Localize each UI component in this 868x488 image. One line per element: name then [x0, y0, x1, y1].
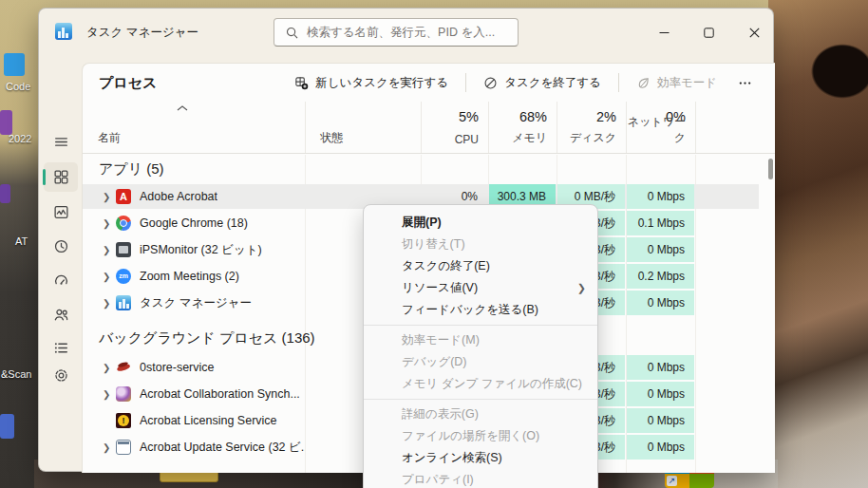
shortcut-arrow-icon: ↗ [667, 476, 677, 486]
column-header-cpu[interactable]: CPU [421, 133, 488, 146]
nav-details[interactable] [44, 333, 78, 363]
desktop-icon-partial[interactable] [0, 184, 10, 203]
new-task-icon [294, 76, 309, 90]
context-menu-item: 効率モード(M) [364, 329, 597, 351]
column-header-mem[interactable]: メモリ [488, 130, 557, 146]
close-icon [749, 28, 760, 38]
process-name: Acrobat Licensing Service [140, 414, 277, 427]
startup-icon [53, 272, 69, 289]
minimize-button[interactable] [642, 18, 686, 47]
search-placeholder: 検索する名前、発行元、PID を入... [307, 25, 495, 41]
menu-item-label: リソース値(V) [402, 280, 478, 296]
end-task-button[interactable]: タスクを終了する [474, 69, 611, 97]
leaf-icon [636, 76, 651, 90]
group-header-label: バックグラウンド プロセス (136) [99, 329, 315, 347]
menu-item-label: フィードバックを送る(B) [402, 302, 538, 318]
close-button[interactable] [732, 18, 776, 47]
toolbar-separator [465, 73, 466, 92]
search-input[interactable]: 検索する名前、発行元、PID を入... [274, 18, 519, 47]
nav-processes[interactable] [44, 162, 78, 192]
context-menu-item[interactable]: 展開(P) [364, 212, 597, 234]
context-menu-item: 詳細の表示(G) [364, 404, 597, 425]
acrobat-licensing-icon [116, 413, 131, 428]
column-header-status[interactable]: 状態 [320, 130, 343, 146]
expand-chevron-icon[interactable]: ❯ [103, 442, 116, 453]
process-name: iPSMonitor (32 ビット) [140, 242, 262, 258]
context-menu-item[interactable]: タスクの終了(E) [364, 255, 597, 277]
acrobat-update-icon [116, 440, 131, 455]
more-options-button[interactable] [728, 70, 762, 96]
expand-chevron-icon[interactable]: ❯ [103, 363, 116, 373]
column-divider [695, 102, 696, 153]
desktop-icon-partial[interactable] [4, 53, 25, 76]
expand-chevron-icon[interactable]: ❯ [103, 272, 116, 282]
context-menu-item: メモリ ダンプ ファイルの作成(C) [364, 373, 597, 395]
desktop-icon-partial[interactable] [0, 110, 12, 135]
nav-performance[interactable] [44, 197, 78, 227]
expand-chevron-icon[interactable]: ❯ [103, 218, 116, 229]
group-header-label: アプリ (5) [99, 160, 164, 178]
column-header-name[interactable]: 名前 [98, 130, 121, 146]
context-menu-item: プロパティ(I) [364, 469, 597, 488]
task-manager-icon [116, 295, 131, 310]
column-header-disk[interactable]: ディスク [557, 130, 626, 146]
nav-users[interactable] [44, 300, 78, 329]
toolbar-button-label: 新しいタスクを実行する [315, 75, 448, 91]
expand-chevron-icon[interactable]: ❯ [103, 192, 116, 202]
maximize-icon [704, 28, 714, 38]
titlebar[interactable]: タスク マネージャー 検索する名前、発行元、PID を入... [39, 9, 773, 55]
processes-icon [53, 169, 69, 185]
performance-icon [53, 204, 69, 220]
zoom-icon: zm [116, 269, 131, 284]
column-header-row: 名前状態5%CPU68%メモリ2%ディスク0%ネットワーク [83, 102, 775, 154]
expand-chevron-icon[interactable]: ❯ [103, 298, 116, 309]
desktop-photo-dog [768, 0, 868, 488]
cell-net: 0 Mbps [627, 184, 694, 209]
ipsmonitor-icon [116, 242, 131, 257]
users-icon [53, 307, 69, 323]
menu-item-label: オンライン検索(S) [402, 450, 502, 466]
ellipsis-icon [738, 76, 752, 90]
expand-chevron-icon[interactable]: ❯ [103, 389, 116, 400]
column-header-net[interactable]: ネットワーク [626, 114, 695, 146]
page-title: プロセス [99, 74, 157, 92]
services-icon [53, 367, 69, 384]
menu-item-label: デバッグ(D) [402, 354, 467, 370]
nav-app-history[interactable] [44, 232, 78, 261]
cell-net: 0.2 Mbps [627, 264, 694, 289]
sidebar [39, 55, 82, 471]
menu-item-label: タスクの終了(E) [402, 258, 490, 274]
task-manager-logo-icon [55, 23, 72, 40]
cell-net: 0.1 Mbps [627, 211, 694, 235]
menu-item-label: プロパティ(I) [402, 472, 474, 488]
cell-net: 0 Mbps [627, 291, 694, 315]
efficiency-mode-button[interactable]: 効率モード [627, 69, 726, 97]
run-new-task-button[interactable]: 新しいタスクを実行する [285, 69, 458, 97]
acrobat-collab-icon [116, 386, 131, 402]
maximize-button[interactable] [687, 18, 730, 47]
context-menu-item[interactable]: オンライン検索(S) [364, 447, 597, 469]
window-title: タスク マネージャー [86, 25, 198, 41]
hamburger-icon [53, 134, 69, 150]
history-icon [53, 238, 69, 254]
nav-startup-apps[interactable] [44, 266, 78, 295]
column-divider [305, 102, 306, 153]
context-menu-item[interactable]: リソース値(V)❯ [364, 277, 597, 299]
chrome-icon [116, 216, 131, 231]
desktop-background: Code2022AT&Scan ↗ ↗ タスク マネージャー 検索する名前、発行… [0, 0, 868, 488]
cell-net: 0 Mbps [627, 408, 694, 433]
menu-toggle[interactable] [44, 127, 78, 157]
cell-net: 0 Mbps [627, 355, 694, 380]
column-total-disk: 2% [557, 109, 626, 124]
nav-services[interactable] [44, 361, 78, 390]
menu-separator [364, 325, 597, 326]
expand-chevron-icon[interactable]: ❯ [103, 245, 116, 255]
cell-net: 0 Mbps [627, 435, 694, 460]
group-header[interactable]: アプリ (5) [83, 155, 759, 183]
menu-item-label: 効率モード(M) [402, 332, 480, 348]
context-menu-item[interactable]: フィードバックを送る(B) [364, 299, 597, 321]
toolbar: プロセス 新しいタスクを実行するタスクを終了する効率モード [83, 64, 775, 102]
desktop-icon-partial[interactable] [0, 414, 14, 439]
minimize-icon [659, 28, 670, 38]
vertical-scrollbar-thumb[interactable] [768, 159, 773, 179]
